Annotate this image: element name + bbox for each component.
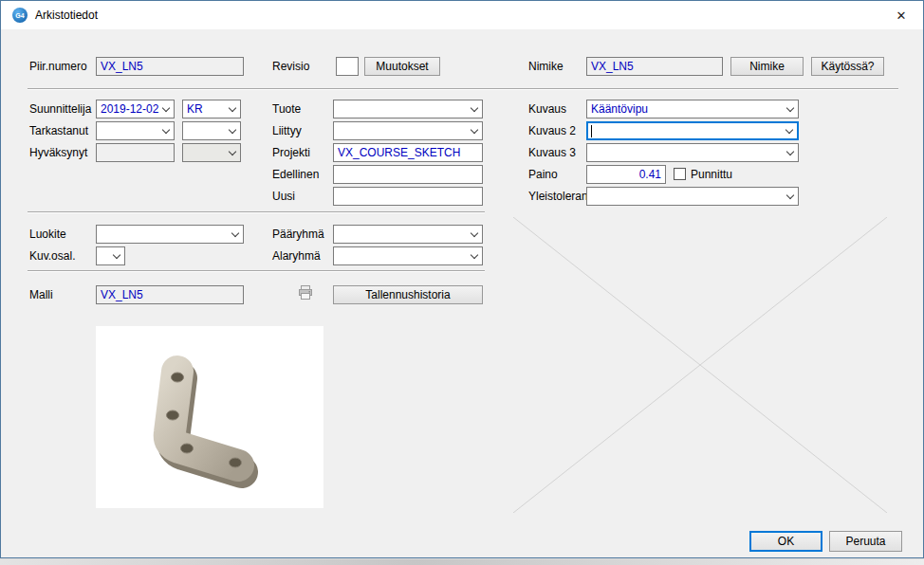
kuvaus-combo[interactable]: Kääntövipu xyxy=(586,100,799,118)
arkistotiedot-dialog: G4 Arkistotiedot ✕ Piir.numero VX_LN5 Re… xyxy=(0,0,924,558)
punnittu-checkbox[interactable] xyxy=(674,168,686,180)
paaryhma-combo[interactable] xyxy=(333,225,483,244)
chevron-down-icon[interactable] xyxy=(781,123,797,138)
liittyy-combo[interactable] xyxy=(333,121,483,140)
yleistoleranssi-combo[interactable] xyxy=(586,187,799,206)
tuote-label: Tuote xyxy=(272,100,301,118)
nimike-button[interactable]: Nimike xyxy=(730,57,804,76)
kuvaus3-combo[interactable] xyxy=(586,143,799,162)
piir-numero-value: VX_LN5 xyxy=(101,60,143,73)
suunnittelija-date-combo[interactable]: 2019-12-02 xyxy=(96,100,175,118)
chevron-down-icon[interactable] xyxy=(466,100,482,118)
projekti-field[interactable]: VX_COURSE_SKETCH xyxy=(333,143,483,162)
hyvaksynyt-initials-combo[interactable] xyxy=(182,143,241,162)
malli-field[interactable]: VX_LN5 xyxy=(96,285,244,304)
suunnittelija-initials-value: KR xyxy=(187,102,203,116)
tallennushistoria-button[interactable]: Tallennushistoria xyxy=(333,285,483,304)
chevron-down-icon[interactable] xyxy=(224,144,240,161)
nimike-field[interactable]: VX_LN5 xyxy=(586,57,723,76)
kaytossa-button[interactable]: Käytössä? xyxy=(811,57,884,76)
chevron-down-icon[interactable] xyxy=(108,247,124,264)
revisio-label: Revisio xyxy=(272,57,309,76)
kuvaus2-label: Kuvaus 2 xyxy=(528,121,576,140)
tarkastanut-date-combo[interactable] xyxy=(96,121,175,140)
screen: G4 Arkistotiedot ✕ Piir.numero VX_LN5 Re… xyxy=(0,0,924,565)
luokite-label: Luokite xyxy=(29,225,66,244)
bracket-part-drawing xyxy=(96,326,323,508)
ok-button[interactable]: OK xyxy=(749,531,822,552)
punnittu-label: Punnittu xyxy=(691,165,732,184)
separator-bottom xyxy=(28,270,485,272)
tarkastanut-initials-combo[interactable] xyxy=(182,121,241,140)
separator-middle xyxy=(28,211,485,213)
projekti-label: Projekti xyxy=(272,143,310,162)
hyvaksynyt-label: Hyväksynyt xyxy=(29,143,87,162)
app-icon: G4 xyxy=(12,8,28,23)
suunnittelija-label: Suunnittelija xyxy=(29,100,91,118)
liittyy-label: Liittyy xyxy=(272,121,302,140)
edellinen-label: Edellinen xyxy=(272,165,319,184)
printer-icon[interactable] xyxy=(297,284,314,304)
malli-label: Malli xyxy=(29,285,53,304)
chevron-down-icon[interactable] xyxy=(224,122,240,139)
tarkastanut-label: Tarkastanut xyxy=(29,121,88,140)
chevron-down-icon[interactable] xyxy=(782,144,798,161)
suunnittelija-initials-combo[interactable]: KR xyxy=(182,100,241,118)
paino-label: Paino xyxy=(528,165,558,184)
titlebar[interactable]: G4 Arkistotiedot ✕ xyxy=(1,1,923,29)
paino-field[interactable]: 0.41 xyxy=(586,165,666,184)
nimike-value: VX_LN5 xyxy=(591,60,634,73)
model-preview-image xyxy=(96,326,323,508)
chevron-down-icon[interactable] xyxy=(466,226,482,243)
kuvaus2-combo[interactable] xyxy=(586,121,799,140)
chevron-down-icon[interactable] xyxy=(782,100,798,118)
background-strip xyxy=(0,559,924,565)
chevron-down-icon[interactable] xyxy=(466,122,482,139)
edellinen-field[interactable] xyxy=(333,165,483,184)
chevron-down-icon[interactable] xyxy=(227,226,243,243)
separator-top xyxy=(28,88,898,90)
paaryhma-label: Pääryhmä xyxy=(272,225,324,244)
tuote-combo[interactable] xyxy=(333,100,483,118)
malli-value: VX_LN5 xyxy=(101,288,143,301)
alaryhma-combo[interactable] xyxy=(333,246,483,265)
projekti-value: VX_COURSE_SKETCH xyxy=(338,146,460,159)
uusi-field[interactable] xyxy=(333,187,483,206)
luokite-combo[interactable] xyxy=(96,225,244,244)
alaryhma-label: Alaryhmä xyxy=(272,246,321,265)
chevron-down-icon[interactable] xyxy=(224,100,240,118)
chevron-down-icon[interactable] xyxy=(157,100,174,118)
kuv-osal-label: Kuv.osal. xyxy=(29,246,75,265)
hyvaksynyt-date-field[interactable] xyxy=(96,143,175,162)
text-caret xyxy=(591,125,592,137)
chevron-down-icon[interactable] xyxy=(157,122,174,139)
empty-preview-placeholder xyxy=(513,217,887,513)
kuvaus3-label: Kuvaus 3 xyxy=(528,143,576,162)
muutokset-button[interactable]: Muutokset xyxy=(364,57,440,76)
chevron-down-icon[interactable] xyxy=(782,188,798,205)
piir-numero-label: Piir.numero xyxy=(29,57,87,76)
kuv-osal-combo[interactable] xyxy=(96,246,125,265)
peruuta-button[interactable]: Peruuta xyxy=(829,531,902,552)
suunnittelija-date-value: 2019-12-02 xyxy=(101,102,158,116)
close-icon[interactable]: ✕ xyxy=(879,1,923,29)
paino-value: 0.41 xyxy=(639,168,661,181)
uusi-label: Uusi xyxy=(272,187,295,206)
piir-numero-field[interactable]: VX_LN5 xyxy=(96,57,244,76)
revisio-field[interactable] xyxy=(336,57,359,76)
chevron-down-icon[interactable] xyxy=(466,247,482,264)
nimike-label: Nimike xyxy=(528,57,564,76)
kuvaus-value: Kääntövipu xyxy=(591,102,648,116)
window-title: Arkistotiedot xyxy=(35,1,98,29)
kuvaus-label: Kuvaus xyxy=(528,100,566,118)
